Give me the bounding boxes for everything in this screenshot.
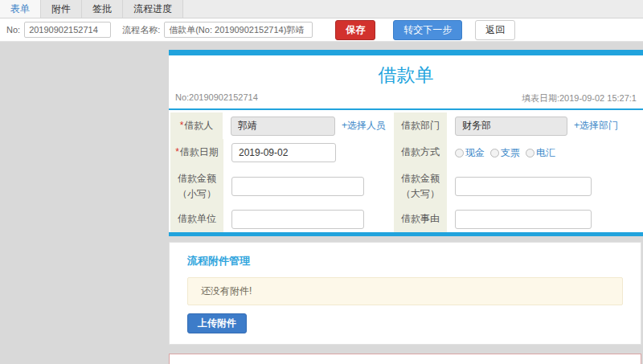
page-title: 借款单: [169, 55, 643, 90]
loan-method-radio-group: 现金 支票 电汇: [455, 146, 555, 160]
next-step-button[interactable]: 转交下一步: [393, 20, 462, 40]
amount-upper-input[interactable]: [455, 177, 592, 196]
upload-attachment-button[interactable]: 上传附件: [187, 313, 247, 333]
loan-date-label: *借款日期: [170, 139, 223, 166]
panel-top-bar: [169, 50, 643, 55]
action-toolbar: No: 流程名称: 保存 转交下一步 返回: [0, 18, 643, 42]
radio-wire[interactable]: 电汇: [526, 146, 555, 160]
radio-cheque-icon[interactable]: [490, 149, 499, 157]
borrower-input[interactable]: [231, 117, 335, 136]
attachment-panel: 流程附件管理 还没有附件! 上传附件: [169, 242, 641, 345]
panel-bottom-bar: [169, 232, 643, 236]
loan-date-input[interactable]: [231, 143, 336, 162]
no-label: No:: [6, 25, 20, 35]
radio-wire-icon[interactable]: [526, 149, 534, 157]
loan-method-label: 借款方式: [394, 139, 447, 166]
back-button[interactable]: 返回: [475, 20, 515, 40]
attachment-section-title: 流程附件管理: [170, 243, 641, 277]
select-department-link[interactable]: +选择部门: [574, 119, 618, 133]
no-input[interactable]: [24, 22, 111, 38]
amount-lower-label: 借款金额（小写）: [170, 166, 223, 207]
form-no-text: No:20190902152714: [175, 92, 258, 104]
amount-upper-label: 借款金额（大写）: [394, 166, 447, 207]
tab-bar: 表单 附件 签批 流程进度: [0, 0, 643, 18]
tab-attachment[interactable]: 附件: [41, 0, 82, 18]
save-button[interactable]: 保存: [335, 20, 375, 40]
form-meta: No:20190902152714 填表日期:2019-09-02 15:27:…: [169, 90, 643, 108]
department-label: 借款部门: [394, 112, 447, 139]
form-body: *借款人 +选择人员 *借款日期 借款金额（小写） 借款单位: [169, 110, 643, 232]
tab-approval[interactable]: 签批: [82, 0, 123, 18]
radio-cheque[interactable]: 支票: [490, 146, 520, 160]
approval-panel: 流程签批意见 B I abc ∞ ∞ ⚑ ⇤ ⇥ ” 样式 ▾ 格式 ▾: [169, 354, 641, 364]
loan-reason-input[interactable]: [455, 210, 592, 229]
department-input[interactable]: [455, 117, 567, 136]
process-name-label: 流程名称:: [122, 24, 160, 36]
tab-progress[interactable]: 流程进度: [123, 0, 183, 18]
tab-form[interactable]: 表单: [0, 0, 41, 18]
process-name-input[interactable]: [164, 22, 313, 38]
loan-unit-input[interactable]: [231, 210, 364, 229]
form-date-text: 填表日期:2019-09-02 15:27:1: [522, 92, 637, 104]
no-attachment-alert: 还没有附件!: [187, 277, 623, 305]
select-person-link[interactable]: +选择人员: [342, 119, 386, 133]
amount-lower-input[interactable]: [231, 177, 364, 196]
radio-cash-icon[interactable]: [455, 149, 464, 157]
loan-form-panel: 借款单 No:20190902152714 填表日期:2019-09-02 15…: [169, 50, 643, 236]
approval-section-title: 流程签批意见: [170, 354, 641, 364]
radio-cash[interactable]: 现金: [455, 146, 485, 160]
borrower-label: *借款人: [170, 112, 223, 139]
loan-reason-label: 借款事由: [394, 207, 447, 231]
loan-unit-label: 借款单位: [170, 207, 223, 231]
